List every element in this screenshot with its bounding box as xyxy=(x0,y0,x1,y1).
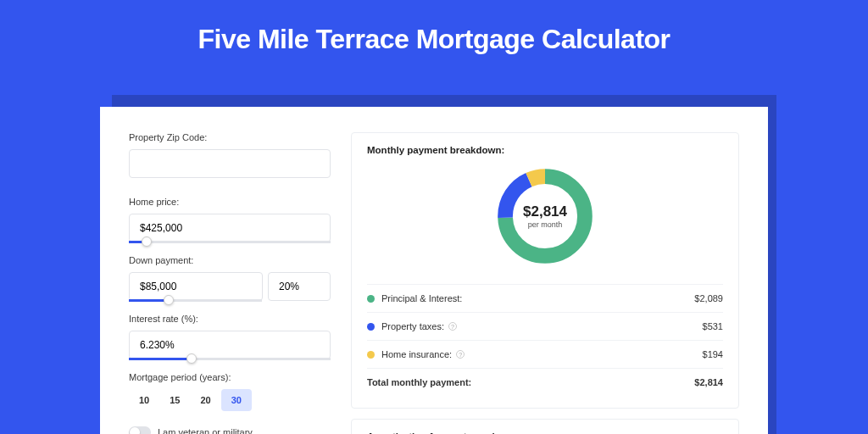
line-pi: Principal & Interest: $2,089 xyxy=(367,284,723,312)
info-icon[interactable]: ? xyxy=(448,322,457,331)
down-payment-slider[interactable] xyxy=(129,299,262,302)
ins-label: Home insurance: xyxy=(381,349,452,359)
home-price-label: Home price: xyxy=(129,197,331,207)
period-btn-10[interactable]: 10 xyxy=(129,389,159,411)
down-payment-field: Down payment: xyxy=(129,255,331,302)
line-total: Total monthly payment: $2,814 xyxy=(367,368,723,396)
period-btn-15[interactable]: 15 xyxy=(159,389,190,411)
tax-label: Property taxes: xyxy=(381,321,444,331)
slider-fill xyxy=(129,358,192,360)
donut-chart: $2,814 per month xyxy=(492,164,598,269)
zip-label: Property Zip Code: xyxy=(129,132,331,142)
home-price-slider[interactable] xyxy=(129,241,331,243)
home-price-field: Home price: xyxy=(129,197,331,243)
home-price-input[interactable] xyxy=(129,214,331,242)
period-btn-20[interactable]: 20 xyxy=(191,389,221,411)
interest-rate-slider[interactable] xyxy=(129,358,331,360)
donut-amount: $2,814 xyxy=(523,203,567,220)
interest-rate-input[interactable] xyxy=(129,331,331,359)
veteran-toggle[interactable] xyxy=(129,426,151,434)
line-ins: Home insurance: ? $194 xyxy=(367,340,723,368)
donut-sub: per month xyxy=(528,220,563,229)
calculator-card: Property Zip Code: Home price: Down paym… xyxy=(100,107,768,434)
period-field: Mortgage period (years): 10 15 20 30 xyxy=(129,372,331,411)
zip-input[interactable] xyxy=(129,149,331,178)
total-value: $2,814 xyxy=(694,377,723,387)
interest-rate-field: Interest rate (%): xyxy=(129,314,331,360)
interest-rate-label: Interest rate (%): xyxy=(129,314,331,324)
down-payment-input[interactable] xyxy=(129,272,263,301)
page-title: Five Mile Terrace Mortgage Calculator xyxy=(0,24,868,55)
amortization-box: Amortization for mortgage loan Amortizat… xyxy=(351,419,739,434)
pi-value: $2,089 xyxy=(694,293,723,303)
ins-value: $194 xyxy=(703,349,723,359)
veteran-label: I am veteran or military xyxy=(158,427,253,434)
slider-knob[interactable] xyxy=(142,236,152,247)
donut-center: $2,814 per month xyxy=(492,164,598,269)
total-label: Total monthly payment: xyxy=(367,377,471,387)
down-payment-pct-input[interactable] xyxy=(268,272,331,301)
slider-knob[interactable] xyxy=(164,295,174,305)
down-payment-label: Down payment: xyxy=(129,255,331,265)
breakdown-heading: Monthly payment breakdown: xyxy=(367,145,723,155)
slider-knob[interactable] xyxy=(186,353,197,364)
veteran-row: I am veteran or military xyxy=(129,426,331,434)
period-buttons: 10 15 20 30 xyxy=(129,389,331,411)
results-column: Monthly payment breakdown: $2,814 per mo… xyxy=(351,132,739,434)
toggle-knob xyxy=(130,427,140,434)
breakdown-box: Monthly payment breakdown: $2,814 per mo… xyxy=(351,132,739,409)
pi-label: Principal & Interest: xyxy=(381,293,462,303)
info-icon[interactable]: ? xyxy=(456,350,465,359)
dot-pi xyxy=(367,295,375,303)
slider-fill xyxy=(129,299,169,302)
dot-tax xyxy=(367,323,375,331)
tax-value: $531 xyxy=(703,321,723,331)
period-btn-30[interactable]: 30 xyxy=(221,389,252,411)
inputs-column: Property Zip Code: Home price: Down paym… xyxy=(129,132,331,434)
donut-wrap: $2,814 per month xyxy=(367,164,723,269)
line-tax: Property taxes: ? $531 xyxy=(367,312,723,340)
zip-field: Property Zip Code: xyxy=(129,132,331,178)
card-shadow xyxy=(112,95,776,107)
period-label: Mortgage period (years): xyxy=(129,372,331,382)
dot-ins xyxy=(367,351,375,359)
